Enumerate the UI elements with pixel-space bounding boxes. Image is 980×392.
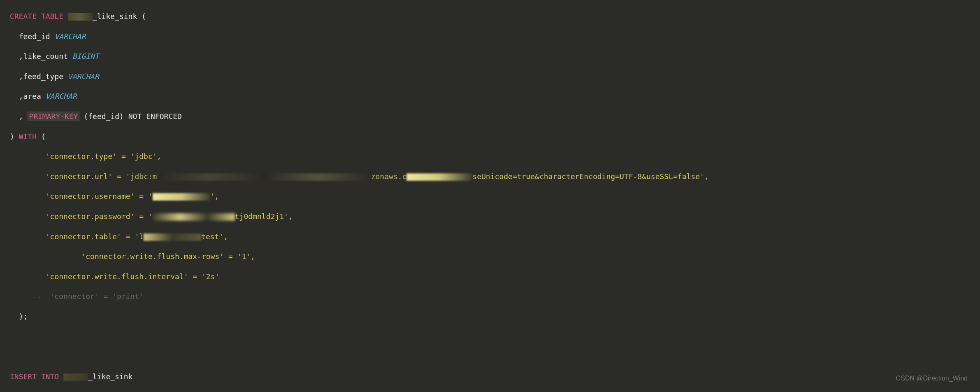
redacted-text xyxy=(153,213,235,221)
code-line: 'connector.write.flush.interval' = '2s' xyxy=(10,272,980,282)
redacted-text xyxy=(63,373,88,381)
code-line: ,area VARCHAR xyxy=(10,91,980,101)
code-line: ); xyxy=(10,312,980,322)
redacted-text xyxy=(406,173,472,181)
redacted-text xyxy=(144,233,201,241)
code-line: 'connector.url' = 'jdbc:mzonaws.cseUnico… xyxy=(10,172,980,182)
redacted-text xyxy=(153,193,210,201)
code-line: INSERT INTO _like_sink xyxy=(10,372,980,382)
redacted-text xyxy=(157,173,371,181)
code-editor: CREATE TABLE _like_sink ( feed_id VARCHA… xyxy=(10,12,980,392)
code-line: 'connector.password' = 'tj0dmnld2j1', xyxy=(10,212,980,222)
code-line: CREATE TABLE _like_sink ( xyxy=(10,12,980,21)
code-line: 'connector.type' = 'jdbc', xyxy=(10,152,980,161)
code-line xyxy=(10,332,980,342)
code-line: feed_id VARCHAR xyxy=(10,32,980,42)
code-line: 'connector.username' = '', xyxy=(10,191,980,201)
code-line xyxy=(10,352,980,362)
code-line: , PRIMARY·KEY (feed_id) NOT ENFORCED xyxy=(10,112,980,121)
code-line: ) WITH ( xyxy=(10,132,980,142)
redacted-text xyxy=(68,13,93,21)
code-line: 'connector.table' = 'ltest', xyxy=(10,232,980,242)
code-line: ,like_count BIGINT xyxy=(10,51,980,61)
code-line: 'connector.write.flush.max-rows' = '1', xyxy=(10,252,980,261)
code-line: ,feed_type VARCHAR xyxy=(10,72,980,82)
code-line: -- 'connector' = 'print' xyxy=(10,292,980,301)
watermark-text: CSDN @Direction_Wind xyxy=(896,374,968,383)
